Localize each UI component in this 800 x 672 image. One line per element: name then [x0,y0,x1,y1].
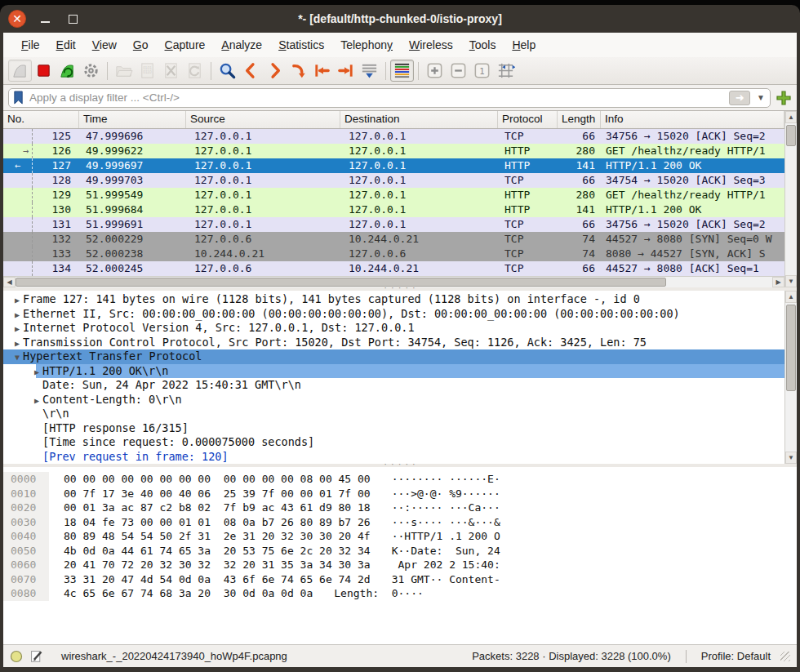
cell-src: 127.0.0.1 [186,158,340,173]
save-file-button[interactable]: 01010110 [136,60,159,82]
resize-grip[interactable] [780,652,790,661]
hex-row-0050[interactable]: 00504b 0d 0a 44 61 74 65 3a 20 53 75 6e … [3,544,797,559]
menu-item-view[interactable]: View [84,35,125,55]
hex-row-0070[interactable]: 007033 31 20 47 4d 54 0d 0a 43 6f 6e 74 … [3,572,797,587]
expander-closed-icon[interactable]: ▶ [31,394,42,408]
packet-row-126[interactable]: 126→49.999622127.0.0.1127.0.0.1HTTP280GE… [3,144,784,158]
cell-no: 132 [3,232,79,247]
detail-row[interactable]: ▶Internet Protocol Version 4, Src: 127.0… [3,321,784,336]
packet-list-vertical-scrollbar[interactable]: ▲ ▼ [784,111,797,287]
menu-item-wireless[interactable]: Wireless [401,35,461,55]
expander-closed-icon[interactable]: ▶ [31,365,42,380]
next-packet-button[interactable] [263,60,287,82]
filter-dropdown-caret[interactable]: ▼ [755,93,767,102]
cell-info: 44527 → 8080 [ACK] Seq=1 [601,261,784,276]
resize-columns-button[interactable] [494,60,518,82]
start-capture-button[interactable] [8,60,32,82]
hex-row-0030[interactable]: 003018 04 fe 73 00 00 01 01 08 0a b7 26 … [3,515,797,530]
menu-item-go[interactable]: Go [125,35,157,55]
goto-packet-button[interactable] [287,60,310,82]
detail-row[interactable]: ▼Hypertext Transfer Protocol [3,349,784,364]
hex-row-0080[interactable]: 00804c 65 6e 67 74 68 3a 20 30 0d 0a 0d … [3,586,797,601]
expert-info-icon[interactable] [10,650,23,663]
previous-packet-button[interactable] [239,60,263,82]
detail-row[interactable]: ▶Frame 127: 141 bytes on wire (1128 bits… [3,292,784,307]
display-filter-input[interactable] [29,91,724,104]
scroll-up-icon[interactable]: ▲ [785,291,797,303]
reload-file-button[interactable] [183,60,207,82]
capture-comment-icon[interactable] [29,649,43,663]
capture-options-button[interactable] [79,60,103,82]
restart-capture-button[interactable] [56,60,79,82]
packet-row-128[interactable]: 12849.999703127.0.0.1127.0.0.1TCP6634754… [3,173,784,188]
menu-item-capture[interactable]: Capture [157,35,214,55]
hex-row-0040[interactable]: 004080 89 48 54 54 50 2f 31 2e 31 20 32 … [3,529,797,544]
menu-item-analyze[interactable]: Analyze [213,35,270,55]
column-header-protocol[interactable]: Protocol [498,111,558,128]
menu-item-help[interactable]: Help [504,35,544,55]
packet-row-130[interactable]: 13051.999684127.0.0.1127.0.0.1HTTP141HTT… [3,202,784,217]
pane-splitter-top[interactable] [3,287,797,291]
expander-closed-icon[interactable]: ▶ [11,322,23,336]
menu-item-telephony[interactable]: Telephony [332,35,401,55]
detail-row[interactable]: ▶Transmission Control Protocol, Src Port… [3,336,784,350]
stop-capture-button[interactable] [32,60,56,82]
column-header-source[interactable]: Source [186,111,340,128]
packet-row-133[interactable]: 13352.00023810.244.0.21127.0.0.6TCP74808… [3,247,784,261]
menu-item-statistics[interactable]: Statistics [270,35,332,55]
expander-open-icon[interactable]: ▼ [11,350,23,365]
packet-row-127[interactable]: 127←49.999697127.0.0.1127.0.0.1HTTP141HT… [3,158,784,173]
column-header-time[interactable]: Time [79,111,186,128]
expander-closed-icon[interactable]: ▶ [11,293,23,308]
detail-row[interactable]: ▶Ethernet II, Src: 00:00:00_00:00:00 (00… [3,307,784,322]
expander-closed-icon[interactable]: ▶ [11,308,23,323]
profile-label[interactable]: Profile: Default [701,650,771,662]
column-header-destination[interactable]: Destination [340,111,498,128]
column-header-info[interactable]: Info [601,111,784,128]
colorize-button[interactable] [390,60,414,82]
hex-row-0020[interactable]: 002000 01 3a ac 87 c2 b8 02 7f b9 ac 43 … [3,501,797,515]
detail-row[interactable]: \r\n [3,407,784,421]
packet-row-125[interactable]: 12547.999696127.0.0.1127.0.0.1TCP6634756… [3,129,784,144]
close-file-button[interactable] [159,60,183,82]
pane-splitter-bottom[interactable] [3,464,797,467]
hex-row-0000[interactable]: 000000 00 00 00 00 00 00 00 00 00 00 00 … [3,472,797,487]
scroll-down-icon[interactable]: ▼ [785,452,797,464]
packet-row-129[interactable]: 12951.999549127.0.0.1127.0.0.1HTTP280GET… [3,188,784,202]
title-bar[interactable]: ✕ *- [default/http-chunked-0/istio-proxy… [3,5,797,33]
menu-item-tools[interactable]: Tools [461,35,504,55]
filter-apply-button[interactable]: ➜ [729,91,750,105]
detail-row[interactable]: [HTTP response 16/315] [3,421,784,436]
first-packet-button[interactable] [310,60,334,82]
scroll-right-icon[interactable]: ▶ [772,277,784,287]
reload-file-icon [185,61,204,80]
cell-proto: HTTP [498,144,558,158]
detail-row[interactable]: [Time since request: 0.000075000 seconds… [3,435,784,450]
zoom-out-button[interactable] [447,60,470,82]
zoom-in-button[interactable] [423,60,447,82]
detail-row[interactable]: Date: Sun, 24 Apr 2022 15:40:31 GMT\r\n [3,378,784,393]
scroll-down-icon[interactable]: ▼ [785,275,797,287]
packet-row-132[interactable]: 13252.000229127.0.0.610.244.0.21TCP74445… [3,232,784,247]
packet-row-131[interactable]: 13151.999691127.0.0.1127.0.0.1TCP6634756… [3,217,784,232]
menu-item-edit[interactable]: Edit [48,35,84,55]
expander-closed-icon[interactable]: ▶ [11,336,23,351]
hex-row-0060[interactable]: 006020 41 70 72 20 32 30 32 32 20 31 35 … [3,558,797,572]
filter-bookmark-icon[interactable] [12,91,24,105]
packet-row-134[interactable]: 13452.000245127.0.0.610.244.0.21TCP66445… [3,261,784,276]
scroll-left-icon[interactable]: ◀ [3,277,16,287]
auto-scroll-button[interactable] [358,60,381,82]
hex-row-0010[interactable]: 001000 7f 17 3e 40 00 40 06 25 39 7f 00 … [3,487,797,501]
detail-vertical-scrollbar[interactable]: ▲ ▼ [784,291,797,464]
detail-row[interactable]: ▶Content-Length: 0\r\n [3,393,784,407]
scroll-up-icon[interactable]: ▲ [785,111,797,123]
column-header-length[interactable]: Length [558,111,601,128]
column-header-no[interactable]: No. [3,111,79,128]
menu-item-file[interactable]: File [13,35,48,55]
filter-add-button[interactable] [776,90,792,106]
open-file-button[interactable] [112,60,136,82]
last-packet-button[interactable] [334,60,358,82]
find-packet-button[interactable] [216,60,239,82]
zoom-100-button[interactable]: 1 [470,60,494,82]
detail-row[interactable]: ▶HTTP/1.1 200 OK\r\n [3,364,784,379]
